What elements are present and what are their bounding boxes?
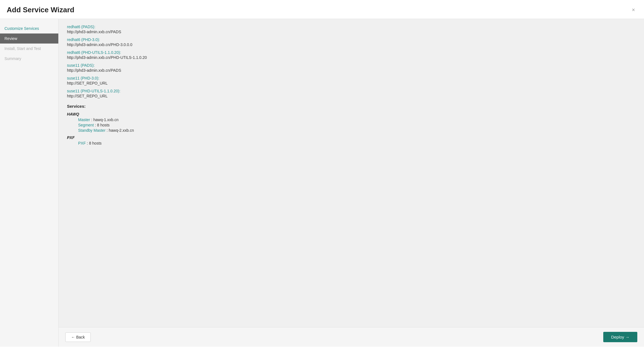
repo-url-5: http://SET_REPO_URL [67, 94, 636, 98]
service-name-pxf: PXF [67, 135, 636, 140]
service-name-hawq: HAWQ [67, 112, 636, 116]
detail-separator-segment: : [95, 123, 97, 127]
repo-url-4: http://SET_REPO_URL [67, 81, 636, 85]
sidebar: Customize Services Review Install, Start… [0, 19, 59, 347]
sidebar-item-review[interactable]: Review [0, 33, 58, 44]
detail-value-standby: hawq-2.xxb.cn [109, 128, 134, 133]
repo-label-4[interactable]: suse11 (PHD-3.0): [67, 76, 636, 80]
detail-separator-standby: : [107, 128, 109, 133]
deploy-button[interactable]: Deploy → [603, 332, 637, 342]
detail-separator-pxf: : [87, 141, 89, 145]
service-group-hawq: HAWQ Master : hawq-1.xxb.cn Segment : 8 … [67, 112, 636, 133]
sidebar-item-customize-services[interactable]: Customize Services [0, 23, 58, 33]
repo-url-1: http://phd3-admin.xxb.cn/PHD-3.0.0.0 [67, 42, 636, 47]
dialog-footer: ← Back Deploy → [59, 327, 644, 347]
repo-entry-3: suse11 (PADS): http://phd3-admin.xxb.cn/… [67, 63, 636, 73]
repo-entry-2: redhat6 (PHD-UTILS-1.1.0.20): http://phd… [67, 50, 636, 60]
service-detail-hawq-segment: Segment : 8 hosts [67, 123, 636, 127]
detail-label-segment: Segment [78, 123, 94, 127]
main-content: redhat6 (PADS): http://phd3-admin.xxb.cn… [59, 19, 644, 347]
back-button[interactable]: ← Back [65, 332, 91, 342]
detail-label-master: Master [78, 118, 90, 122]
repo-url-2: http://phd3-admin.xxb.cn/PHD-UTILS-1.1.0… [67, 55, 636, 60]
detail-value-pxf: 8 hosts [89, 141, 102, 145]
sidebar-item-summary: Summary [0, 54, 58, 64]
repo-url-0: http://phd3-admin.xxb.cn/PADS [67, 30, 636, 34]
content-scroll-area: redhat6 (PADS): http://phd3-admin.xxb.cn… [59, 19, 644, 327]
detail-label-pxf: PXF [78, 141, 86, 145]
add-service-wizard-dialog: Add Service Wizard × Customize Services … [0, 0, 644, 350]
repo-label-2[interactable]: redhat6 (PHD-UTILS-1.1.0.20): [67, 50, 636, 55]
repo-label-3[interactable]: suse11 (PADS): [67, 63, 636, 68]
services-title: Services: [67, 104, 636, 109]
service-detail-hawq-standby: Standby Master : hawq-2.xxb.cn [67, 128, 636, 133]
sidebar-item-install-start-test: Install, Start and Test [0, 44, 58, 54]
repo-entry-0: redhat6 (PADS): http://phd3-admin.xxb.cn… [67, 25, 636, 34]
dialog-title: Add Service Wizard [7, 6, 75, 14]
repo-label-1[interactable]: redhat6 (PHD-3.0): [67, 37, 636, 42]
repo-url-3: http://phd3-admin.xxb.cn/PADS [67, 68, 636, 73]
repo-entry-1: redhat6 (PHD-3.0): http://phd3-admin.xxb… [67, 37, 636, 47]
service-detail-hawq-master: Master : hawq-1.xxb.cn [67, 118, 636, 122]
detail-label-standby: Standby Master [78, 128, 105, 133]
dialog-body: Customize Services Review Install, Start… [0, 19, 644, 347]
service-group-pxf: PXF PXF : 8 hosts [67, 135, 636, 145]
repo-entry-4: suse11 (PHD-3.0): http://SET_REPO_URL [67, 76, 636, 85]
services-section: Services: HAWQ Master : hawq-1.xxb.cn Se… [67, 104, 636, 145]
repo-entry-5: suse11 (PHD-UTILS-1.1.0.20): http://SET_… [67, 89, 636, 98]
dialog-header: Add Service Wizard × [0, 0, 644, 19]
detail-value-master: hawq-1.xxb.cn [93, 118, 118, 122]
service-detail-pxf: PXF : 8 hosts [67, 141, 636, 145]
repo-label-0[interactable]: redhat6 (PADS): [67, 25, 636, 29]
detail-value-segment: 8 hosts [97, 123, 110, 127]
repo-label-5[interactable]: suse11 (PHD-UTILS-1.1.0.20): [67, 89, 636, 93]
close-button[interactable]: × [629, 6, 637, 14]
